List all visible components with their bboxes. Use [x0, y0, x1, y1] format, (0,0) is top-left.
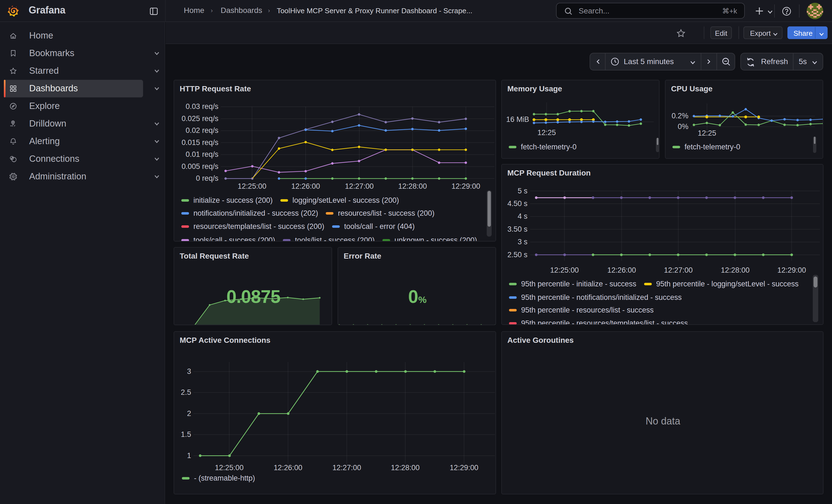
svg-text:3: 3	[187, 367, 191, 375]
svg-text:12:28:00: 12:28:00	[721, 266, 750, 274]
svg-text:1: 1	[187, 451, 191, 459]
svg-text:0.2%: 0.2%	[672, 112, 688, 120]
svg-text:16 MiB: 16 MiB	[506, 115, 529, 124]
svg-text:0.03 req/s: 0.03 req/s	[186, 102, 218, 111]
svg-text:3.50 s: 3.50 s	[508, 225, 527, 233]
svg-text:12:26:00: 12:26:00	[607, 266, 636, 274]
svg-text:12:27:00: 12:27:00	[332, 463, 361, 472]
svg-text:12:28:00: 12:28:00	[398, 182, 427, 190]
svg-text:1.5: 1.5	[181, 430, 191, 439]
svg-text:0.01 req/s: 0.01 req/s	[186, 150, 218, 158]
svg-text:12:25:00: 12:25:00	[238, 182, 266, 190]
svg-text:2.5: 2.5	[181, 388, 191, 396]
svg-text:12:25: 12:25	[537, 129, 556, 137]
svg-text:12:25:00: 12:25:00	[215, 463, 243, 472]
svg-text:12:25:00: 12:25:00	[550, 266, 579, 274]
svg-text:0.02 req/s: 0.02 req/s	[186, 126, 218, 135]
svg-text:0.005 req/s: 0.005 req/s	[182, 162, 218, 170]
svg-text:12:27:00: 12:27:00	[664, 266, 693, 274]
svg-text:0.015 req/s: 0.015 req/s	[182, 138, 218, 147]
svg-text:4 s: 4 s	[518, 212, 527, 220]
svg-text:12:26:00: 12:26:00	[274, 463, 302, 472]
svg-text:12:29:00: 12:29:00	[449, 463, 478, 472]
svg-text:12:28:00: 12:28:00	[391, 463, 420, 472]
svg-text:12:27:00: 12:27:00	[345, 182, 374, 190]
svg-text:5 s: 5 s	[518, 187, 527, 195]
svg-text:2: 2	[187, 409, 191, 417]
svg-text:4.50 s: 4.50 s	[508, 200, 527, 208]
svg-text:0%: 0%	[678, 123, 688, 131]
svg-text:3 s: 3 s	[518, 238, 527, 246]
svg-text:2.50 s: 2.50 s	[508, 250, 527, 259]
svg-text:12:29:00: 12:29:00	[451, 182, 480, 190]
svg-text:0.025 req/s: 0.025 req/s	[182, 114, 218, 123]
svg-text:0 req/s: 0 req/s	[196, 174, 218, 182]
svg-text:12:26:00: 12:26:00	[291, 182, 320, 190]
svg-text:12:29:00: 12:29:00	[777, 266, 806, 274]
svg-text:12:25: 12:25	[698, 129, 716, 137]
